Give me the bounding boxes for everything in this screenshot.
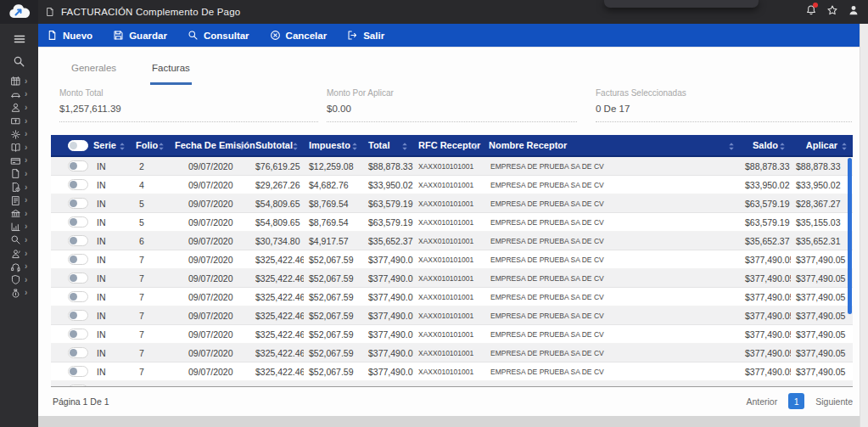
row-select-toggle[interactable]: [68, 272, 88, 284]
sort-icon[interactable]: [401, 142, 408, 151]
table-row: IN809/07/2020$323,982.31$24,337.17$348,3…: [51, 381, 853, 387]
chevron-right-icon: ›: [25, 250, 27, 258]
table-cell: $325,422.46: [250, 311, 304, 321]
toolbar-salir-button[interactable]: Salir: [347, 30, 384, 41]
row-select-toggle[interactable]: [68, 216, 88, 228]
favorite-star-icon[interactable]: [826, 4, 838, 20]
sidebar-item-money-card[interactable]: ›: [0, 115, 38, 128]
prev-page-button[interactable]: Anterior: [746, 396, 777, 407]
toolbar-consultar-button[interactable]: Consultar: [188, 30, 249, 41]
chevron-right-icon: ›: [25, 289, 27, 297]
sort-icon[interactable]: [119, 142, 126, 151]
chevron-right-icon: ›: [25, 104, 27, 112]
table-row: IN709/07/2020$325,422.46$52,067.59$377,4…: [51, 250, 853, 269]
sidebar-item-calendar[interactable]: ›: [0, 75, 38, 88]
sort-icon[interactable]: [779, 142, 786, 151]
table-header-row: SerieFolioFecha De EmisiónSubtotalImpues…: [51, 135, 853, 157]
column-header-saldo[interactable]: Saldo: [740, 135, 791, 155]
chevron-right-icon: ›: [25, 262, 27, 271]
table-cell: $35,155.03: [791, 217, 853, 228]
column-header-impuesto[interactable]: Impuesto: [304, 135, 363, 155]
sort-icon[interactable]: [728, 142, 735, 151]
tab-generales[interactable]: Generales: [70, 63, 118, 85]
field-value: 0 De 17: [596, 104, 852, 122]
toggle-knob: [70, 142, 77, 149]
row-select-toggle[interactable]: [68, 198, 88, 209]
toolbar-guardar-button[interactable]: Guardar: [113, 30, 167, 41]
column-header-nombre-receptor[interactable]: Nombre Receptor: [484, 135, 740, 155]
sidebar-item-search[interactable]: ›: [0, 233, 38, 247]
user-profile-icon[interactable]: [848, 4, 860, 20]
sidebar-item-money-bag[interactable]: ›: [0, 287, 38, 301]
table-cell: $52,067.59: [304, 273, 363, 284]
sidebar-item-user[interactable]: ›: [0, 101, 38, 115]
column-header-aplicar[interactable]: Aplicar: [791, 135, 853, 155]
column-header-folio[interactable]: Folio: [131, 135, 170, 155]
sort-icon[interactable]: [351, 142, 358, 151]
sidebar-item-chart[interactable]: ›: [0, 221, 38, 234]
sidebar-item-vehicle[interactable]: ›: [0, 88, 38, 102]
sort-icon[interactable]: [238, 142, 245, 151]
sidebar-item-shield[interactable]: ›: [0, 273, 38, 287]
row-select-toggle[interactable]: [68, 329, 88, 340]
sidebar-item-headset[interactable]: ›: [0, 260, 38, 273]
column-header-total[interactable]: Total: [363, 135, 413, 155]
row-select-toggle[interactable]: [68, 254, 88, 265]
row-select-toggle[interactable]: [68, 310, 88, 321]
sort-icon[interactable]: [472, 142, 479, 151]
row-select-toggle[interactable]: [68, 291, 88, 302]
toolbar-button-label: Salir: [363, 31, 384, 41]
table-cell: $88,878.33: [791, 161, 853, 171]
table-cell: IN: [88, 236, 131, 246]
tab-facturas[interactable]: Facturas: [150, 63, 192, 85]
row-select-toggle[interactable]: [68, 160, 88, 171]
table-cell: IN: [88, 161, 131, 171]
sidebar-item-book[interactable]: ›: [0, 141, 38, 155]
menu-icon[interactable]: [12, 31, 26, 46]
table-cell: $52,067.59: [304, 367, 363, 377]
sidebar-item-document[interactable]: ›: [0, 167, 38, 181]
notifications-bell-icon[interactable]: [805, 4, 817, 20]
sidebar-item-gear[interactable]: ›: [0, 127, 38, 141]
column-header-subtotal[interactable]: Subtotal: [250, 135, 304, 155]
table-cell: $377,490.05: [740, 311, 791, 321]
sidebar-item-invoice[interactable]: ›: [0, 181, 38, 194]
row-select-toggle[interactable]: [68, 347, 88, 358]
toolbar-cancelar-button[interactable]: Cancelar: [270, 30, 328, 41]
sidebar-item-support-agent[interactable]: ›: [0, 247, 38, 261]
table-cell: $33,950.02: [363, 180, 413, 190]
next-page-button[interactable]: Siguiente: [815, 396, 853, 407]
app-logo[interactable]: [0, 0, 38, 24]
sidebar-item-file-text[interactable]: ›: [0, 194, 38, 207]
column-header-rfc-receptor[interactable]: RFC Receptor: [413, 135, 484, 155]
sort-icon[interactable]: [292, 142, 299, 151]
row-select-toggle[interactable]: [68, 235, 88, 246]
row-select-toggle[interactable]: [68, 385, 88, 388]
select-all-toggle[interactable]: [68, 140, 88, 151]
table-cell: EMPRESA DE PRUEBA SA DE CV: [484, 368, 740, 376]
column-header-select: [51, 135, 88, 155]
column-header-serie[interactable]: Serie: [88, 135, 131, 155]
toolbar-nuevo-button[interactable]: Nuevo: [47, 30, 92, 41]
page-scrollbar[interactable]: [860, 24, 868, 427]
table-cell: EMPRESA DE PRUEBA SA DE CV: [484, 274, 740, 283]
column-header-fecha-de-emisi-n[interactable]: Fecha De Emisión: [170, 135, 250, 155]
table-cell: $377,490.05: [363, 367, 413, 377]
table-row: IN509/07/2020$54,809.65$8,769.54$63,579.…: [51, 194, 853, 213]
bank-icon: [10, 208, 21, 219]
chevron-right-icon: ›: [25, 156, 27, 165]
sort-icon[interactable]: [841, 142, 848, 151]
cell-select: [51, 179, 88, 192]
top-bar: FACTURACIÓN Complemento De Pago: [0, 0, 868, 24]
table-cell: $76,619.25: [250, 161, 304, 171]
row-select-toggle[interactable]: [68, 366, 88, 377]
row-select-toggle[interactable]: [68, 179, 88, 190]
file-text-icon: [10, 195, 21, 206]
sort-icon[interactable]: [158, 142, 165, 151]
column-label: Serie: [93, 140, 116, 150]
sidebar-item-bank[interactable]: ›: [0, 207, 38, 221]
search-icon[interactable]: [13, 54, 26, 68]
current-page-button[interactable]: 1: [788, 393, 804, 409]
sidebar-item-credit-card[interactable]: ›: [0, 155, 38, 168]
table-scrollbar-thumb[interactable]: [848, 158, 852, 314]
